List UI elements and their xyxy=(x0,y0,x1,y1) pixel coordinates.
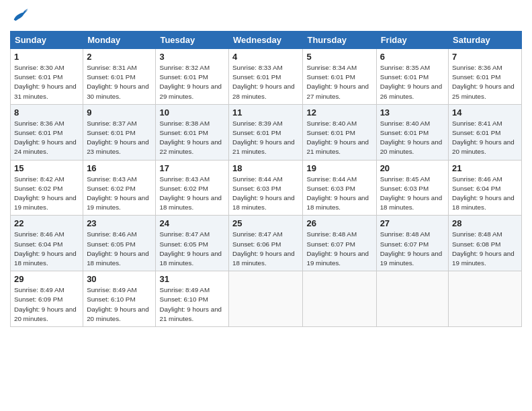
col-header-friday: Friday xyxy=(376,32,448,49)
day-number: 15 xyxy=(14,163,79,173)
day-number: 22 xyxy=(14,218,79,228)
day-cell-8: 8 Sunrise: 8:36 AMSunset: 6:01 PMDayligh… xyxy=(11,104,83,160)
day-cell-11: 11 Sunrise: 8:39 AMSunset: 6:01 PMDaylig… xyxy=(229,104,303,160)
day-info: Sunrise: 8:49 AMSunset: 6:10 PMDaylight:… xyxy=(159,286,222,322)
day-number: 10 xyxy=(159,107,225,118)
day-cell-15: 15 Sunrise: 8:42 AMSunset: 6:02 PMDaylig… xyxy=(11,160,83,216)
day-cell-5: 5 Sunrise: 8:34 AMSunset: 6:01 PMDayligh… xyxy=(303,49,376,105)
day-number: 2 xyxy=(87,52,152,62)
day-cell-17: 17 Sunrise: 8:43 AMSunset: 6:02 PMDaylig… xyxy=(156,160,229,216)
day-number: 8 xyxy=(14,107,79,118)
empty-cell xyxy=(376,271,448,327)
day-number: 23 xyxy=(87,218,152,228)
empty-cell xyxy=(449,271,522,327)
day-info: Sunrise: 8:43 AMSunset: 6:02 PMDaylight:… xyxy=(87,175,149,212)
col-header-wednesday: Wednesday xyxy=(229,32,303,49)
empty-cell xyxy=(229,271,303,327)
week-row-2: 8 Sunrise: 8:36 AMSunset: 6:01 PMDayligh… xyxy=(11,104,522,160)
day-info: Sunrise: 8:39 AMSunset: 6:01 PMDaylight:… xyxy=(232,120,295,156)
col-header-sunday: Sunday xyxy=(11,32,83,49)
day-number: 27 xyxy=(380,218,445,228)
day-cell-14: 14 Sunrise: 8:41 AMSunset: 6:01 PMDaylig… xyxy=(449,104,522,160)
day-info: Sunrise: 8:37 AMSunset: 6:01 PMDaylight:… xyxy=(87,120,149,156)
calendar-header-row: SundayMondayTuesdayWednesdayThursdayFrid… xyxy=(11,32,522,49)
col-header-monday: Monday xyxy=(83,32,156,49)
calendar-table: SundayMondayTuesdayWednesdayThursdayFrid… xyxy=(10,31,522,327)
empty-cell xyxy=(303,271,376,327)
day-info: Sunrise: 8:38 AMSunset: 6:01 PMDaylight:… xyxy=(159,120,222,156)
day-info: Sunrise: 8:36 AMSunset: 6:01 PMDaylight:… xyxy=(14,120,77,156)
day-number: 16 xyxy=(87,163,152,173)
day-info: Sunrise: 8:31 AMSunset: 6:01 PMDaylight:… xyxy=(87,64,149,100)
day-number: 5 xyxy=(306,52,372,62)
day-info: Sunrise: 8:30 AMSunset: 6:01 PMDaylight:… xyxy=(14,64,77,100)
day-info: Sunrise: 8:43 AMSunset: 6:02 PMDaylight:… xyxy=(159,175,222,212)
day-number: 18 xyxy=(232,163,299,173)
col-header-saturday: Saturday xyxy=(449,32,522,49)
day-info: Sunrise: 8:49 AMSunset: 6:10 PMDaylight:… xyxy=(87,286,149,322)
day-info: Sunrise: 8:47 AMSunset: 6:06 PMDaylight:… xyxy=(232,230,295,267)
day-info: Sunrise: 8:45 AMSunset: 6:03 PMDaylight:… xyxy=(380,175,443,212)
day-info: Sunrise: 8:44 AMSunset: 6:03 PMDaylight:… xyxy=(232,175,295,212)
day-info: Sunrise: 8:46 AMSunset: 6:04 PMDaylight:… xyxy=(452,175,515,212)
day-number: 17 xyxy=(159,163,225,173)
day-cell-23: 23 Sunrise: 8:46 AMSunset: 6:05 PMDaylig… xyxy=(83,216,156,271)
day-number: 14 xyxy=(452,107,518,118)
day-cell-9: 9 Sunrise: 8:37 AMSunset: 6:01 PMDayligh… xyxy=(83,104,156,160)
day-number: 9 xyxy=(87,107,152,118)
day-info: Sunrise: 8:36 AMSunset: 6:01 PMDaylight:… xyxy=(452,64,515,100)
day-info: Sunrise: 8:34 AMSunset: 6:01 PMDaylight:… xyxy=(306,64,369,100)
day-cell-28: 28 Sunrise: 8:48 AMSunset: 6:08 PMDaylig… xyxy=(449,216,522,271)
header xyxy=(10,7,522,26)
day-cell-6: 6 Sunrise: 8:35 AMSunset: 6:01 PMDayligh… xyxy=(376,49,448,105)
day-number: 30 xyxy=(87,274,152,284)
day-number: 28 xyxy=(452,218,518,228)
day-number: 12 xyxy=(306,107,372,118)
day-cell-18: 18 Sunrise: 8:44 AMSunset: 6:03 PMDaylig… xyxy=(229,160,303,216)
page: SundayMondayTuesdayWednesdayThursdayFrid… xyxy=(0,0,532,411)
col-header-tuesday: Tuesday xyxy=(156,32,229,49)
week-row-4: 22 Sunrise: 8:46 AMSunset: 6:04 PMDaylig… xyxy=(11,216,522,271)
day-cell-25: 25 Sunrise: 8:47 AMSunset: 6:06 PMDaylig… xyxy=(229,216,303,271)
day-number: 25 xyxy=(232,218,299,228)
week-row-1: 1 Sunrise: 8:30 AMSunset: 6:01 PMDayligh… xyxy=(11,49,522,105)
day-info: Sunrise: 8:44 AMSunset: 6:03 PMDaylight:… xyxy=(306,175,369,212)
day-info: Sunrise: 8:42 AMSunset: 6:02 PMDaylight:… xyxy=(14,175,77,212)
day-number: 26 xyxy=(306,218,372,228)
day-info: Sunrise: 8:48 AMSunset: 6:07 PMDaylight:… xyxy=(306,230,369,267)
day-cell-26: 26 Sunrise: 8:48 AMSunset: 6:07 PMDaylig… xyxy=(303,216,376,271)
day-cell-16: 16 Sunrise: 8:43 AMSunset: 6:02 PMDaylig… xyxy=(83,160,156,216)
day-cell-1: 1 Sunrise: 8:30 AMSunset: 6:01 PMDayligh… xyxy=(11,49,83,105)
day-info: Sunrise: 8:32 AMSunset: 6:01 PMDaylight:… xyxy=(159,64,222,100)
day-number: 1 xyxy=(14,52,79,62)
day-number: 13 xyxy=(380,107,445,118)
day-cell-24: 24 Sunrise: 8:47 AMSunset: 6:05 PMDaylig… xyxy=(156,216,229,271)
day-cell-20: 20 Sunrise: 8:45 AMSunset: 6:03 PMDaylig… xyxy=(376,160,448,216)
day-cell-4: 4 Sunrise: 8:33 AMSunset: 6:01 PMDayligh… xyxy=(229,49,303,105)
day-info: Sunrise: 8:46 AMSunset: 6:04 PMDaylight:… xyxy=(14,230,77,267)
day-number: 29 xyxy=(14,274,79,284)
day-info: Sunrise: 8:35 AMSunset: 6:01 PMDaylight:… xyxy=(380,64,443,100)
day-info: Sunrise: 8:48 AMSunset: 6:08 PMDaylight:… xyxy=(452,230,515,267)
day-info: Sunrise: 8:46 AMSunset: 6:05 PMDaylight:… xyxy=(87,230,149,267)
logo-icon xyxy=(10,7,29,26)
day-number: 3 xyxy=(159,52,225,62)
day-number: 7 xyxy=(452,52,518,62)
day-number: 21 xyxy=(452,163,518,173)
day-info: Sunrise: 8:40 AMSunset: 6:01 PMDaylight:… xyxy=(380,120,443,156)
day-cell-12: 12 Sunrise: 8:40 AMSunset: 6:01 PMDaylig… xyxy=(303,104,376,160)
day-cell-10: 10 Sunrise: 8:38 AMSunset: 6:01 PMDaylig… xyxy=(156,104,229,160)
day-cell-13: 13 Sunrise: 8:40 AMSunset: 6:01 PMDaylig… xyxy=(376,104,448,160)
day-cell-3: 3 Sunrise: 8:32 AMSunset: 6:01 PMDayligh… xyxy=(156,49,229,105)
day-info: Sunrise: 8:33 AMSunset: 6:01 PMDaylight:… xyxy=(232,64,295,100)
day-cell-2: 2 Sunrise: 8:31 AMSunset: 6:01 PMDayligh… xyxy=(83,49,156,105)
day-number: 20 xyxy=(380,163,445,173)
day-number: 24 xyxy=(159,218,225,228)
day-cell-22: 22 Sunrise: 8:46 AMSunset: 6:04 PMDaylig… xyxy=(11,216,83,271)
day-cell-27: 27 Sunrise: 8:48 AMSunset: 6:07 PMDaylig… xyxy=(376,216,448,271)
day-info: Sunrise: 8:41 AMSunset: 6:01 PMDaylight:… xyxy=(452,120,515,156)
day-number: 19 xyxy=(306,163,372,173)
day-number: 6 xyxy=(380,52,445,62)
day-number: 4 xyxy=(232,52,299,62)
day-number: 31 xyxy=(159,274,225,284)
